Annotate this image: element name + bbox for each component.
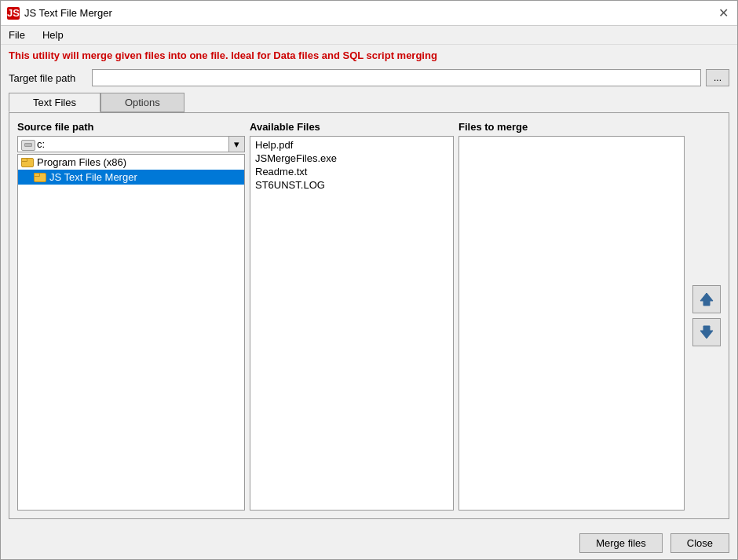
tree-item-label: Program Files (x86)	[37, 156, 126, 168]
move-down-button[interactable]	[692, 318, 721, 346]
bottom-bar: Merge files Close	[1, 527, 737, 559]
main-content: Source file path c: ▾ Program Files (x86…	[9, 112, 729, 519]
list-item[interactable]: JSMergeFiles.exe	[252, 152, 451, 165]
list-item[interactable]: ST6UNST.LOG	[252, 178, 451, 192]
available-panel: Available Files Help.pdf JSMergeFiles.ex…	[250, 121, 454, 511]
title-bar: JS JS Text File Merger ✕	[1, 1, 737, 26]
list-item[interactable]: Help.pdf	[252, 138, 451, 152]
target-file-input[interactable]	[92, 69, 701, 86]
source-panel: Source file path c: ▾ Program Files (x86…	[17, 121, 245, 511]
window-title: JS Text File Merger	[24, 7, 112, 19]
close-window-button[interactable]: ✕	[715, 5, 731, 21]
files-to-merge-header: Files to merge	[459, 121, 685, 133]
utility-message: This utility will merge given files into…	[1, 45, 737, 66]
file-menu[interactable]: File	[4, 27, 30, 42]
drive-selector[interactable]: c: ▾	[17, 136, 245, 152]
help-menu[interactable]: Help	[38, 27, 68, 42]
tree-item-label-selected: JS Text File Merger	[49, 171, 137, 183]
tab-options[interactable]: Options	[100, 93, 184, 112]
move-up-button[interactable]	[692, 285, 721, 313]
right-controls	[689, 121, 721, 511]
drive-display: c:	[18, 137, 228, 152]
title-bar-left: JS JS Text File Merger	[7, 7, 112, 20]
files-to-merge-list	[459, 136, 685, 511]
move-down-icon	[697, 323, 716, 342]
main-window: JS JS Text File Merger ✕ File Help This …	[0, 0, 738, 560]
target-file-row: Target file path ...	[1, 66, 737, 90]
files-to-merge-panel: Files to merge	[459, 121, 685, 511]
file-tree: Program Files (x86) JS Text File Merger	[17, 154, 245, 511]
tree-item-program-files[interactable]: Program Files (x86)	[18, 155, 244, 170]
available-panel-header: Available Files	[250, 121, 454, 133]
list-item[interactable]: Readme.txt	[252, 165, 451, 178]
close-button[interactable]: Close	[670, 533, 729, 553]
menu-bar: File Help	[1, 26, 737, 45]
svg-marker-0	[700, 293, 713, 306]
source-panel-header: Source file path	[17, 121, 245, 133]
tree-item-js-text-file-merger[interactable]: JS Text File Merger	[18, 170, 244, 185]
move-up-icon	[697, 290, 716, 309]
app-icon: JS	[7, 7, 20, 20]
drive-icon	[21, 139, 34, 150]
folder-icon	[21, 158, 34, 167]
svg-marker-1	[700, 326, 713, 339]
tab-text-files[interactable]: Text Files	[9, 93, 100, 112]
folder-icon-selected	[34, 173, 46, 182]
merge-files-button[interactable]: Merge files	[579, 533, 663, 553]
drive-label: c:	[37, 138, 45, 150]
available-files-list: Help.pdf JSMergeFiles.exe Readme.txt ST6…	[250, 136, 454, 511]
target-file-label: Target file path	[9, 72, 87, 84]
tabs-container: Text Files Options	[9, 93, 729, 112]
browse-button[interactable]: ...	[706, 69, 729, 86]
panels-row: Source file path c: ▾ Program Files (x86…	[17, 121, 721, 511]
drive-dropdown-arrow[interactable]: ▾	[228, 137, 244, 152]
